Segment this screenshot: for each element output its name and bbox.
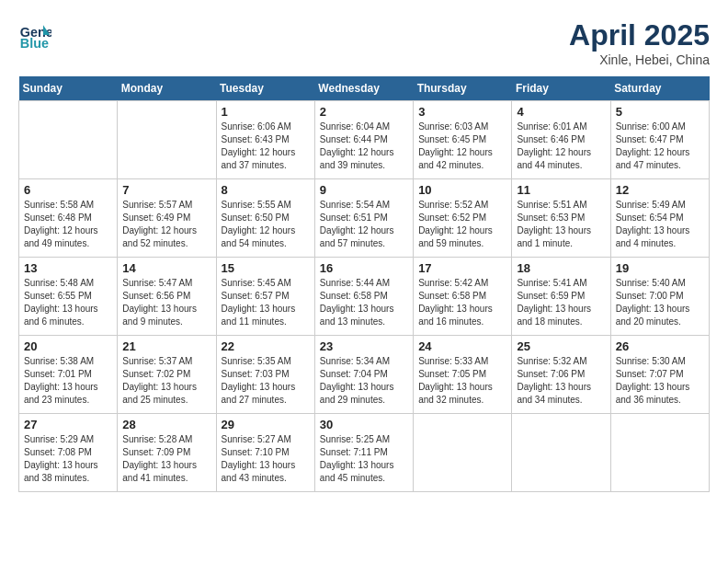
day-number: 17	[418, 261, 506, 275]
calendar-week-row: 6Sunrise: 5:58 AMSunset: 6:48 PMDaylight…	[19, 179, 710, 258]
day-detail: Sunrise: 5:28 AMSunset: 7:09 PMDaylight:…	[122, 433, 210, 485]
day-number: 12	[616, 183, 704, 197]
day-detail: Sunrise: 5:41 AMSunset: 6:59 PMDaylight:…	[517, 277, 605, 328]
calendar-cell: 15Sunrise: 5:45 AMSunset: 6:57 PMDayligh…	[216, 258, 314, 336]
day-number: 19	[616, 261, 704, 275]
day-detail: Sunrise: 5:38 AMSunset: 7:01 PMDaylight:…	[24, 355, 112, 407]
calendar-cell	[118, 101, 216, 179]
day-number: 6	[24, 183, 112, 197]
day-number: 8	[222, 183, 310, 197]
day-detail: Sunrise: 5:27 AMSunset: 7:10 PMDaylight:…	[222, 433, 310, 485]
day-detail: Sunrise: 5:49 AMSunset: 6:54 PMDaylight:…	[616, 199, 704, 250]
svg-text:Blue: Blue	[20, 36, 49, 51]
calendar-week-row: 20Sunrise: 5:38 AMSunset: 7:01 PMDayligh…	[19, 336, 710, 414]
calendar-cell: 21Sunrise: 5:37 AMSunset: 7:02 PMDayligh…	[118, 336, 216, 414]
day-detail: Sunrise: 5:42 AMSunset: 6:58 PMDaylight:…	[418, 277, 506, 328]
day-number: 29	[222, 418, 310, 431]
calendar-cell: 29Sunrise: 5:27 AMSunset: 7:10 PMDayligh…	[216, 414, 314, 492]
calendar-cell	[512, 414, 610, 492]
logo-icon: General Blue	[18, 18, 51, 52]
calendar-cell: 5Sunrise: 6:00 AMSunset: 6:47 PMDaylight…	[610, 101, 709, 179]
calendar-cell: 9Sunrise: 5:54 AMSunset: 6:51 PMDaylight…	[314, 179, 413, 258]
weekday-header-friday: Friday	[512, 76, 610, 101]
day-detail: Sunrise: 5:58 AMSunset: 6:48 PMDaylight:…	[24, 199, 112, 250]
day-detail: Sunrise: 5:37 AMSunset: 7:02 PMDaylight:…	[122, 355, 210, 407]
day-number: 24	[418, 339, 506, 353]
day-number: 14	[122, 261, 210, 275]
day-detail: Sunrise: 5:44 AMSunset: 6:58 PMDaylight:…	[320, 277, 408, 328]
calendar-cell: 25Sunrise: 5:32 AMSunset: 7:06 PMDayligh…	[512, 336, 610, 414]
calendar-week-row: 27Sunrise: 5:29 AMSunset: 7:08 PMDayligh…	[19, 414, 710, 492]
day-number: 5	[616, 105, 704, 119]
calendar-week-row: 1Sunrise: 6:06 AMSunset: 6:43 PMDaylight…	[19, 101, 710, 179]
day-detail: Sunrise: 5:32 AMSunset: 7:06 PMDaylight:…	[517, 355, 605, 407]
calendar-cell: 26Sunrise: 5:30 AMSunset: 7:07 PMDayligh…	[610, 336, 709, 414]
weekday-header-thursday: Thursday	[414, 76, 512, 101]
calendar-cell: 16Sunrise: 5:44 AMSunset: 6:58 PMDayligh…	[314, 258, 413, 336]
day-number: 3	[418, 105, 506, 119]
day-detail: Sunrise: 5:51 AMSunset: 6:53 PMDaylight:…	[517, 199, 605, 250]
calendar-cell: 28Sunrise: 5:28 AMSunset: 7:09 PMDayligh…	[118, 414, 216, 492]
calendar-cell: 7Sunrise: 5:57 AMSunset: 6:49 PMDaylight…	[118, 179, 216, 258]
calendar-cell: 10Sunrise: 5:52 AMSunset: 6:52 PMDayligh…	[414, 179, 512, 258]
day-number: 25	[517, 339, 605, 353]
calendar-cell: 6Sunrise: 5:58 AMSunset: 6:48 PMDaylight…	[19, 179, 118, 258]
calendar-cell	[610, 414, 709, 492]
day-number: 20	[24, 339, 112, 353]
day-number: 9	[320, 183, 408, 197]
day-detail: Sunrise: 5:25 AMSunset: 7:11 PMDaylight:…	[320, 433, 408, 485]
weekday-header-saturday: Saturday	[610, 76, 709, 101]
calendar-cell: 12Sunrise: 5:49 AMSunset: 6:54 PMDayligh…	[610, 179, 709, 258]
calendar-cell	[414, 414, 512, 492]
day-detail: Sunrise: 6:00 AMSunset: 6:47 PMDaylight:…	[616, 121, 704, 172]
day-detail: Sunrise: 5:57 AMSunset: 6:49 PMDaylight:…	[122, 199, 210, 250]
calendar-cell: 23Sunrise: 5:34 AMSunset: 7:04 PMDayligh…	[314, 336, 413, 414]
day-detail: Sunrise: 6:04 AMSunset: 6:44 PMDaylight:…	[320, 121, 408, 172]
day-number: 7	[122, 183, 210, 197]
calendar-cell: 20Sunrise: 5:38 AMSunset: 7:01 PMDayligh…	[19, 336, 118, 414]
day-number: 18	[517, 261, 605, 275]
day-number: 21	[122, 339, 210, 353]
day-number: 2	[320, 105, 408, 119]
weekday-header-monday: Monday	[118, 76, 216, 101]
weekday-header-tuesday: Tuesday	[216, 76, 314, 101]
calendar-cell: 2Sunrise: 6:04 AMSunset: 6:44 PMDaylight…	[314, 101, 413, 179]
day-detail: Sunrise: 5:33 AMSunset: 7:05 PMDaylight:…	[418, 355, 506, 407]
day-detail: Sunrise: 5:54 AMSunset: 6:51 PMDaylight:…	[320, 199, 408, 250]
calendar-cell: 17Sunrise: 5:42 AMSunset: 6:58 PMDayligh…	[414, 258, 512, 336]
calendar-cell: 30Sunrise: 5:25 AMSunset: 7:11 PMDayligh…	[314, 414, 413, 492]
calendar-cell: 22Sunrise: 5:35 AMSunset: 7:03 PMDayligh…	[216, 336, 314, 414]
day-detail: Sunrise: 5:45 AMSunset: 6:57 PMDaylight:…	[222, 277, 310, 328]
calendar-cell: 8Sunrise: 5:55 AMSunset: 6:50 PMDaylight…	[216, 179, 314, 258]
logo: General Blue	[18, 18, 51, 52]
calendar-cell: 11Sunrise: 5:51 AMSunset: 6:53 PMDayligh…	[512, 179, 610, 258]
day-detail: Sunrise: 5:55 AMSunset: 6:50 PMDaylight:…	[222, 199, 310, 250]
day-detail: Sunrise: 5:52 AMSunset: 6:52 PMDaylight:…	[418, 199, 506, 250]
day-detail: Sunrise: 5:29 AMSunset: 7:08 PMDaylight:…	[24, 433, 112, 485]
title-area: April 2025 Xinle, Hebei, China	[569, 18, 710, 67]
day-number: 1	[222, 105, 310, 119]
calendar-cell: 19Sunrise: 5:40 AMSunset: 7:00 PMDayligh…	[610, 258, 709, 336]
calendar-cell: 14Sunrise: 5:47 AMSunset: 6:56 PMDayligh…	[118, 258, 216, 336]
calendar-week-row: 13Sunrise: 5:48 AMSunset: 6:55 PMDayligh…	[19, 258, 710, 336]
page-header: General Blue April 2025 Xinle, Hebei, Ch…	[18, 18, 710, 67]
calendar-cell	[19, 101, 118, 179]
day-number: 28	[122, 418, 210, 431]
weekday-header-sunday: Sunday	[19, 76, 118, 101]
day-number: 27	[24, 418, 112, 431]
calendar-cell: 27Sunrise: 5:29 AMSunset: 7:08 PMDayligh…	[19, 414, 118, 492]
calendar-cell: 4Sunrise: 6:01 AMSunset: 6:46 PMDaylight…	[512, 101, 610, 179]
calendar-cell: 24Sunrise: 5:33 AMSunset: 7:05 PMDayligh…	[414, 336, 512, 414]
location-subtitle: Xinle, Hebei, China	[569, 52, 710, 67]
day-number: 10	[418, 183, 506, 197]
day-detail: Sunrise: 5:48 AMSunset: 6:55 PMDaylight:…	[24, 277, 112, 328]
day-number: 4	[517, 105, 605, 119]
day-number: 23	[320, 339, 408, 353]
day-number: 11	[517, 183, 605, 197]
weekday-header-row: SundayMondayTuesdayWednesdayThursdayFrid…	[19, 76, 710, 101]
day-detail: Sunrise: 5:30 AMSunset: 7:07 PMDaylight:…	[616, 355, 704, 407]
day-detail: Sunrise: 6:06 AMSunset: 6:43 PMDaylight:…	[222, 121, 310, 172]
day-detail: Sunrise: 5:47 AMSunset: 6:56 PMDaylight:…	[122, 277, 210, 328]
day-detail: Sunrise: 6:01 AMSunset: 6:46 PMDaylight:…	[517, 121, 605, 172]
day-detail: Sunrise: 5:34 AMSunset: 7:04 PMDaylight:…	[320, 355, 408, 407]
